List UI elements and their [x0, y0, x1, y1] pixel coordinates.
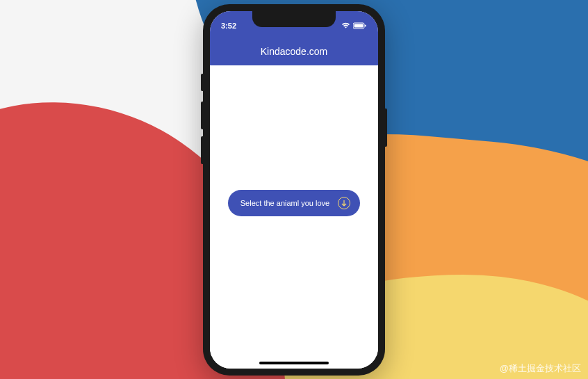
dropdown-button[interactable]: Select the aniaml you love — [228, 190, 360, 216]
phone-volume-up — [201, 102, 203, 129]
home-indicator[interactable] — [259, 362, 329, 364]
phone-notch — [252, 11, 336, 27]
app-body: Select the aniaml you love — [210, 65, 378, 369]
phone-device-frame: 3:52 Kindacode.com — [203, 4, 385, 376]
app-header: Kindacode.com — [210, 38, 378, 65]
app-title: Kindacode.com — [261, 46, 328, 57]
battery-icon — [353, 22, 367, 29]
dropdown-label: Select the aniaml you love — [240, 199, 329, 207]
status-indicators — [341, 22, 367, 29]
phone-mute-switch — [201, 74, 203, 91]
phone-screen: 3:52 Kindacode.com — [210, 11, 378, 369]
arrow-down-icon — [338, 197, 350, 209]
phone-volume-down — [201, 136, 203, 164]
status-time: 3:52 — [221, 22, 236, 30]
svg-rect-1 — [354, 24, 364, 27]
watermark-text: @稀土掘金技术社区 — [500, 362, 581, 375]
wifi-icon — [341, 22, 350, 29]
svg-rect-2 — [365, 24, 366, 26]
phone-power-button — [385, 108, 387, 147]
